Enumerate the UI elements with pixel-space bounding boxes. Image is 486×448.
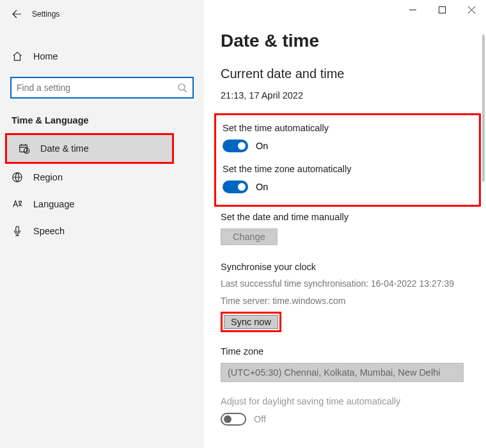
tz-title: Time zone bbox=[221, 346, 472, 356]
current-datetime: 21:13, 17 April 2022 bbox=[221, 90, 472, 100]
sync-title: Synchronise your clock bbox=[221, 262, 472, 272]
home-icon bbox=[12, 51, 23, 62]
sidebar-item-label: Speech bbox=[33, 226, 65, 236]
globe-icon bbox=[12, 172, 23, 183]
scrollbar[interactable] bbox=[482, 35, 485, 182]
minimize-button[interactable] bbox=[398, 0, 427, 19]
sidebar-item-speech[interactable]: Speech bbox=[0, 218, 204, 244]
auto-time-state: On bbox=[256, 141, 268, 151]
window-title: Settings bbox=[32, 10, 59, 19]
sidebar: Settings Home Time & Language Date & tim… bbox=[0, 0, 204, 448]
tz-select: (UTC+05:30) Chennai, Kolkata, Mumbai, Ne… bbox=[221, 363, 464, 382]
dst-state: Off bbox=[254, 414, 266, 424]
search-icon bbox=[177, 83, 187, 93]
sidebar-item-language[interactable]: Language bbox=[0, 191, 204, 218]
auto-time-toggle[interactable] bbox=[223, 140, 248, 152]
sidebar-item-label: Language bbox=[33, 199, 75, 209]
main-panel: Date & time Current date and time 21:13,… bbox=[204, 0, 486, 448]
manual-time-label: Set the date and time manually bbox=[221, 212, 472, 222]
title-bar: Settings bbox=[0, 4, 204, 27]
close-button[interactable] bbox=[457, 0, 486, 19]
auto-tz-label: Set the time zone automatically bbox=[223, 164, 470, 174]
svg-rect-5 bbox=[439, 6, 445, 13]
sync-last-info: Last successful time synchronisation: 16… bbox=[221, 277, 472, 291]
window-controls bbox=[398, 0, 486, 19]
auto-tz-toggle[interactable] bbox=[223, 180, 248, 193]
sync-server-info: Time server: time.windows.com bbox=[221, 294, 472, 308]
highlight-sync-now: Sync now bbox=[221, 312, 281, 332]
sidebar-item-label: Region bbox=[33, 172, 63, 182]
highlight-auto-time-group: Set the time automatically On Set the ti… bbox=[214, 113, 481, 207]
sidebar-item-label: Date & time bbox=[40, 143, 89, 154]
calendar-icon bbox=[19, 143, 30, 154]
sync-now-button[interactable]: Sync now bbox=[224, 315, 278, 329]
change-button: Change bbox=[221, 228, 278, 245]
nav-home-label: Home bbox=[33, 51, 58, 61]
language-icon bbox=[12, 198, 23, 210]
sidebar-category: Time & Language bbox=[0, 104, 204, 133]
page-subtitle: Current date and time bbox=[221, 67, 472, 81]
page-title: Date & time bbox=[221, 31, 472, 51]
microphone-icon bbox=[12, 225, 23, 237]
dst-label: Adjust for daylight saving time automati… bbox=[221, 396, 472, 406]
maximize-button[interactable] bbox=[427, 0, 457, 19]
search-input[interactable] bbox=[17, 83, 177, 93]
nav-home[interactable]: Home bbox=[0, 44, 204, 69]
auto-tz-state: On bbox=[256, 182, 268, 192]
auto-time-label: Set the time automatically bbox=[223, 123, 470, 133]
svg-point-0 bbox=[178, 84, 185, 90]
dst-toggle bbox=[221, 413, 246, 426]
sidebar-item-date-time[interactable]: Date & time bbox=[7, 135, 172, 162]
back-button[interactable] bbox=[9, 6, 24, 22]
highlight-date-time-nav: Date & time bbox=[5, 133, 174, 164]
search-box[interactable] bbox=[10, 77, 194, 99]
sidebar-item-region[interactable]: Region bbox=[0, 164, 204, 191]
svg-rect-4 bbox=[16, 227, 19, 232]
